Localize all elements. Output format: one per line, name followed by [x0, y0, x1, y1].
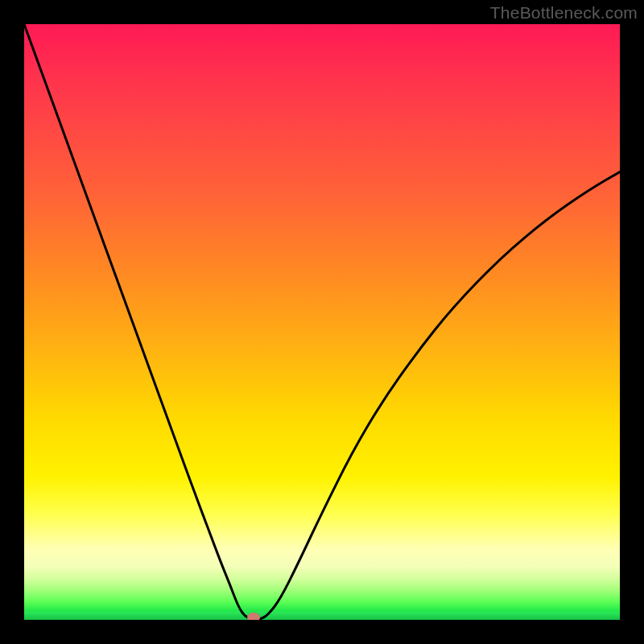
- plot-area: [24, 24, 620, 620]
- bottleneck-curve: [24, 24, 620, 620]
- chart-frame: TheBottleneck.com: [0, 0, 644, 644]
- optimum-marker-icon: [247, 613, 260, 620]
- watermark-text: TheBottleneck.com: [490, 3, 638, 23]
